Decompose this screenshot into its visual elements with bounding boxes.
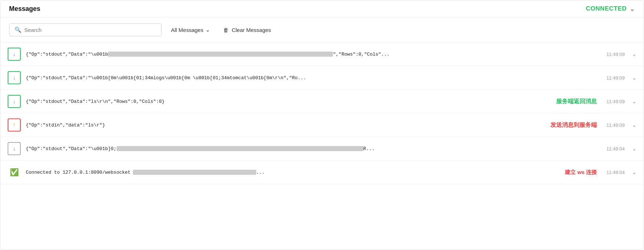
message-time: 11:49:04: [606, 146, 625, 152]
expand-icon[interactable]: ⌄: [632, 169, 636, 175]
message-direction-icon: ✅: [8, 166, 21, 179]
message-text: {"Op":"stdout","Data":"\u001b]0;R...: [26, 146, 597, 152]
toolbar: 🔍 All Messages ⌄ 🗑 Clear Messages: [0, 17, 644, 43]
table-row: ↓ {"Op":"stdout","Data":"\u001b[0m\u001b…: [0, 66, 644, 90]
message-text: {"Op":"stdout","Data":"ls\r\n","Rows":0,…: [26, 99, 550, 104]
filter-chevron-icon: ⌄: [205, 27, 210, 33]
check-circle-icon: ✅: [10, 168, 19, 177]
collapse-icon[interactable]: ⌄: [629, 5, 635, 13]
panel-header: Messages CONNECTED ⌄: [0, 0, 644, 17]
arrow-down-icon: ↓: [13, 145, 16, 152]
message-time: 11:49:04: [606, 170, 625, 175]
message-content: {"Op":"stdout","Data":"ls\r\n","Rows":0,…: [26, 98, 597, 105]
expand-icon[interactable]: ⌄: [632, 98, 636, 104]
connection-status: CONNECTED: [586, 5, 627, 12]
message-annotation: 发送消息到服务端: [550, 121, 597, 129]
message-text: {"Op":"stdout","Data":"\u001b[0m\u001b[0…: [26, 75, 597, 81]
message-time: 11:49:09: [606, 75, 625, 81]
message-time: 11:49:09: [606, 52, 625, 57]
table-row: ↓ {"Op":"stdout","Data":"ls\r\n","Rows":…: [0, 90, 644, 113]
message-content: {"Op":"stdout","Data":"\u001b","Rows":0,…: [26, 52, 597, 57]
filter-label: All Messages: [171, 27, 203, 33]
message-content: {"Op":"stdout","Data":"\u001b[0m\u001b[0…: [26, 75, 597, 81]
arrow-down-icon: ↓: [13, 74, 16, 81]
redacted-block: [117, 146, 363, 151]
message-content: {"Op":"stdin","data":"ls\r"} 发送消息到服务端: [26, 121, 597, 129]
message-annotation: 服务端返回消息: [556, 98, 597, 105]
message-direction-icon: ↓: [8, 142, 21, 155]
arrow-up-icon: ↑: [13, 122, 16, 128]
message-text: Connected to 127.0.0.1:8090/websocket...: [26, 170, 559, 175]
message-direction-icon: ↑: [8, 118, 21, 132]
table-row: ↓ {"Op":"stdout","Data":"\u001b","Rows":…: [0, 43, 644, 66]
message-text: {"Op":"stdin","data":"ls\r"}: [26, 122, 545, 128]
arrow-down-icon: ↓: [13, 51, 16, 57]
messages-list: ↓ {"Op":"stdout","Data":"\u001b","Rows":…: [0, 43, 644, 184]
expand-icon[interactable]: ⌄: [632, 146, 636, 152]
message-text: {"Op":"stdout","Data":"\u001b","Rows":0,…: [26, 52, 597, 57]
panel-title: Messages: [9, 5, 40, 13]
expand-icon[interactable]: ⌄: [632, 51, 636, 57]
message-annotation: 建立 ws 连接: [565, 169, 597, 176]
trash-icon: 🗑: [223, 27, 229, 33]
expand-icon[interactable]: ⌄: [632, 122, 636, 128]
table-row: ✅ Connected to 127.0.0.1:8090/websocket.…: [0, 161, 644, 184]
message-content: Connected to 127.0.0.1:8090/websocket...…: [26, 169, 597, 176]
message-time: 11:49:09: [606, 122, 625, 128]
table-row: ↑ {"Op":"stdin","data":"ls\r"} 发送消息到服务端 …: [0, 113, 644, 137]
messages-panel: Messages CONNECTED ⌄ 🔍 All Messages ⌄ 🗑 …: [0, 0, 644, 250]
header-right: CONNECTED ⌄: [586, 5, 635, 13]
clear-messages-button[interactable]: 🗑 Clear Messages: [220, 25, 274, 35]
arrow-down-icon: ↓: [13, 98, 16, 105]
message-direction-icon: ↓: [8, 95, 21, 108]
message-direction-icon: ↓: [8, 48, 21, 61]
message-content: {"Op":"stdout","Data":"\u001b]0;R...: [26, 146, 597, 152]
expand-icon[interactable]: ⌄: [632, 75, 636, 81]
search-box[interactable]: 🔍: [9, 23, 162, 36]
table-row: ↓ {"Op":"stdout","Data":"\u001b]0;R... 1…: [0, 137, 644, 161]
message-time: 11:49:09: [606, 99, 625, 104]
filter-button[interactable]: All Messages ⌄: [167, 24, 214, 35]
message-direction-icon: ↓: [8, 71, 21, 84]
redacted-block: [133, 170, 256, 175]
search-icon: 🔍: [15, 27, 21, 33]
clear-label: Clear Messages: [232, 27, 271, 33]
search-input[interactable]: [24, 27, 156, 33]
redacted-block: [108, 52, 333, 57]
